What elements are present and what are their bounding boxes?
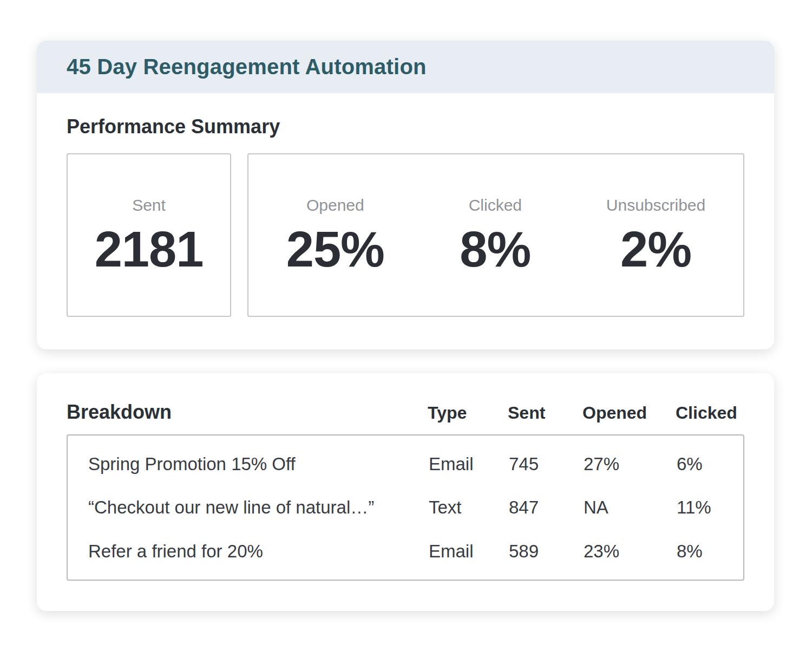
automation-card-header: 45 Day Reengagement Automation: [37, 41, 774, 93]
opened-cell: 27%: [584, 454, 677, 474]
clicked-cell: 8%: [677, 541, 743, 562]
sent-stat-label: Sent: [132, 196, 166, 214]
opened-stat-label: Opened: [306, 196, 364, 214]
sent-cell: 847: [509, 497, 584, 518]
sent-cell: 745: [509, 454, 584, 474]
column-header-type: Type: [428, 403, 508, 423]
automation-card: 45 Day Reengagement Automation Performan…: [37, 41, 774, 349]
table-row: Refer a friend for 20% Email 589 23% 8%: [68, 541, 743, 562]
breakdown-card: Breakdown Type Sent Opened Clicked Sprin…: [37, 373, 774, 611]
opened-cell: NA: [584, 497, 677, 518]
clicked-stat-label: Clicked: [469, 196, 522, 214]
opened-cell: 23%: [584, 541, 677, 562]
clicked-cell: 11%: [677, 497, 743, 518]
clicked-cell: 6%: [677, 454, 743, 474]
unsubscribed-stat-value: 2%: [620, 224, 691, 274]
sent-stat-box: Sent 2181: [67, 153, 231, 317]
stats-row: Sent 2181 Opened 25% Clicked 8% Unsubscr…: [67, 153, 744, 317]
rates-stat-box: Opened 25% Clicked 8% Unsubscribed 2%: [247, 153, 744, 317]
table-row: Spring Promotion 15% Off Email 745 27% 6…: [68, 454, 743, 474]
clicked-stat: Clicked 8%: [460, 196, 531, 274]
column-header-opened: Opened: [582, 403, 676, 423]
breakdown-heading: Breakdown: [67, 400, 428, 424]
campaign-name-cell: Spring Promotion 15% Off: [68, 454, 429, 474]
opened-stat: Opened 25%: [286, 196, 384, 274]
campaign-name-cell: Refer a friend for 20%: [68, 541, 429, 562]
campaign-name-cell: “Checkout our new line of natural…”: [68, 497, 429, 518]
breakdown-table: Spring Promotion 15% Off Email 745 27% 6…: [67, 434, 744, 581]
breakdown-header-row: Breakdown Type Sent Opened Clicked: [67, 400, 744, 424]
column-header-clicked: Clicked: [676, 403, 744, 423]
unsubscribed-stat-label: Unsubscribed: [606, 196, 705, 214]
performance-summary-heading: Performance Summary: [67, 115, 744, 138]
unsubscribed-stat: Unsubscribed 2%: [606, 196, 705, 274]
performance-section: Performance Summary Sent 2181 Opened 25%…: [37, 93, 774, 349]
sent-cell: 589: [509, 541, 584, 562]
automation-title: 45 Day Reengagement Automation: [67, 55, 427, 79]
opened-stat-value: 25%: [286, 224, 384, 274]
type-cell: Email: [429, 541, 509, 562]
column-header-sent: Sent: [508, 403, 582, 423]
sent-stat-value: 2181: [95, 224, 204, 274]
table-row: “Checkout our new line of natural…” Text…: [68, 497, 743, 518]
type-cell: Text: [429, 497, 509, 518]
type-cell: Email: [429, 454, 509, 474]
clicked-stat-value: 8%: [460, 224, 531, 274]
